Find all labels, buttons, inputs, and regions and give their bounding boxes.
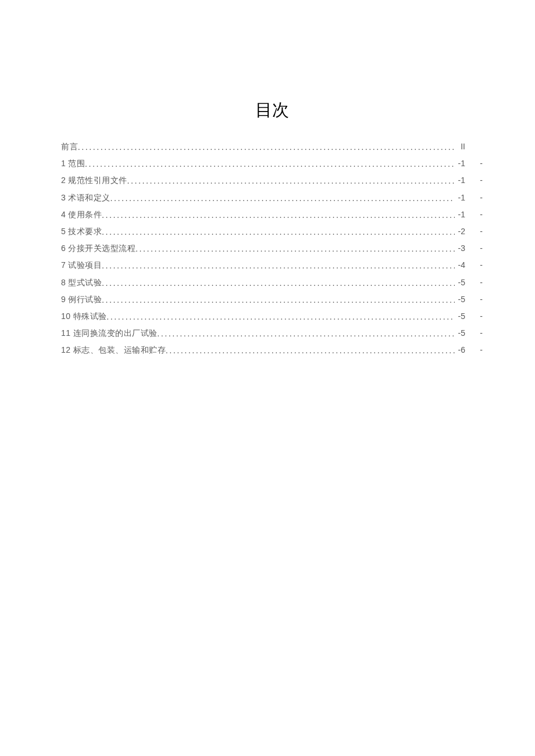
toc-entry-page: -1 [455, 172, 465, 189]
toc-entry-page: -5 [455, 291, 465, 308]
toc-entry-page: -1 [455, 206, 465, 223]
toc-entry: 3 术语和定义-1- [61, 189, 483, 206]
table-of-contents: 前言II-1 范围-1-2 规范性引用文件-1-3 术语和定义-1-4 使用条件… [61, 138, 483, 359]
toc-entry-dash: - [465, 223, 483, 240]
toc-dots [78, 139, 455, 156]
toc-dots [102, 257, 455, 274]
toc-entry-label: 2 规范性引用文件 [61, 172, 127, 189]
toc-entry-label: 5 技术要求 [61, 223, 102, 240]
toc-entry-page: -4 [455, 257, 465, 274]
toc-entry-text: 使用条件 [66, 210, 102, 219]
toc-entry-page: -1 [455, 189, 465, 206]
toc-entry: 前言II- [61, 138, 483, 155]
toc-entry: 7 试验项目-4- [61, 257, 483, 274]
toc-dots [102, 275, 455, 292]
toc-entry-number: 10 [61, 311, 71, 321]
toc-entry-dash: - [465, 274, 483, 291]
toc-title: 目次 [61, 99, 483, 122]
toc-entry-label: 11 连同换流变的出厂试验 [61, 325, 158, 342]
toc-entry-dash: - [465, 189, 483, 206]
toc-entry-label: 7 试验项目 [61, 257, 102, 274]
toc-entry-dash: - [465, 155, 483, 172]
toc-entry-text: 范围 [66, 159, 85, 168]
toc-entry-label: 9 例行试验 [61, 291, 102, 308]
toc-entry-dash: - [465, 308, 483, 325]
toc-entry-dash: - [465, 240, 483, 257]
toc-entry-page: -5 [455, 308, 465, 325]
toc-dots [85, 156, 455, 173]
toc-entry-text: 术语和定义 [66, 194, 110, 202]
toc-entry-text: 标志、包装、运输和贮存 [71, 346, 166, 354]
toc-entry-text: 型式试验 [66, 278, 102, 287]
toc-entry-number: 11 [61, 328, 71, 338]
toc-entry-label: 6 分接开关选型流程 [61, 240, 135, 257]
toc-entry-page: -5 [455, 325, 465, 342]
toc-entry-label: 1 范围 [61, 155, 85, 172]
toc-entry-page: -3 [455, 240, 465, 257]
toc-dots [158, 325, 455, 342]
toc-entry-label: 前言 [61, 138, 78, 155]
toc-entry: 12 标志、包装、运输和贮存-6- [61, 342, 483, 359]
toc-entry-page: -6 [455, 342, 465, 359]
toc-dots [110, 190, 455, 207]
toc-entry-text: 规范性引用文件 [66, 176, 127, 185]
toc-entry-text: 例行试验 [66, 295, 102, 304]
toc-entry: 2 规范性引用文件-1- [61, 172, 483, 189]
toc-entry-text: 技术要求 [66, 227, 102, 236]
toc-entry-page: II [455, 138, 465, 155]
toc-entry-dash: - [465, 291, 483, 308]
toc-entry-page: -5 [455, 274, 465, 291]
toc-entry-label: 8 型式试验 [61, 274, 102, 291]
toc-dots [135, 241, 455, 257]
toc-entry: 10 特殊试验-5- [61, 308, 483, 325]
toc-entry-dash: - [465, 172, 483, 189]
toc-entry-text: 前言 [61, 142, 78, 151]
toc-dots [127, 173, 455, 189]
toc-entry-text: 连同换流变的出厂试验 [71, 329, 158, 338]
toc-entry-text: 试验项目 [66, 261, 102, 270]
toc-entry-text: 特殊试验 [71, 312, 107, 321]
toc-entry-dash: - [465, 325, 483, 342]
toc-dots [102, 292, 455, 309]
toc-entry: 4 使用条件-1- [61, 206, 483, 223]
toc-entry-page: -1 [455, 155, 465, 172]
toc-entry: 6 分接开关选型流程-3- [61, 240, 483, 257]
toc-entry-label: 3 术语和定义 [61, 189, 110, 206]
toc-dots [166, 342, 455, 359]
toc-entry: 9 例行试验-5- [61, 291, 483, 308]
toc-entry-dash: - [465, 342, 483, 359]
toc-entry: 1 范围-1- [61, 155, 483, 172]
toc-entry: 11 连同换流变的出厂试验-5- [61, 325, 483, 342]
toc-entry: 8 型式试验-5- [61, 274, 483, 291]
toc-entry-page: -2 [455, 223, 465, 240]
toc-dots [107, 309, 455, 325]
toc-dots [102, 224, 455, 241]
toc-entry-text: 分接开关选型流程 [66, 244, 135, 253]
toc-entry-label: 4 使用条件 [61, 206, 102, 223]
toc-entry-label: 10 特殊试验 [61, 308, 107, 325]
toc-dots [102, 207, 455, 224]
toc-entry-label: 12 标志、包装、运输和贮存 [61, 342, 166, 359]
toc-entry-number: 12 [61, 345, 71, 354]
toc-entry-dash: - [465, 257, 483, 274]
toc-entry: 5 技术要求-2- [61, 223, 483, 240]
toc-entry-dash: - [465, 206, 483, 223]
